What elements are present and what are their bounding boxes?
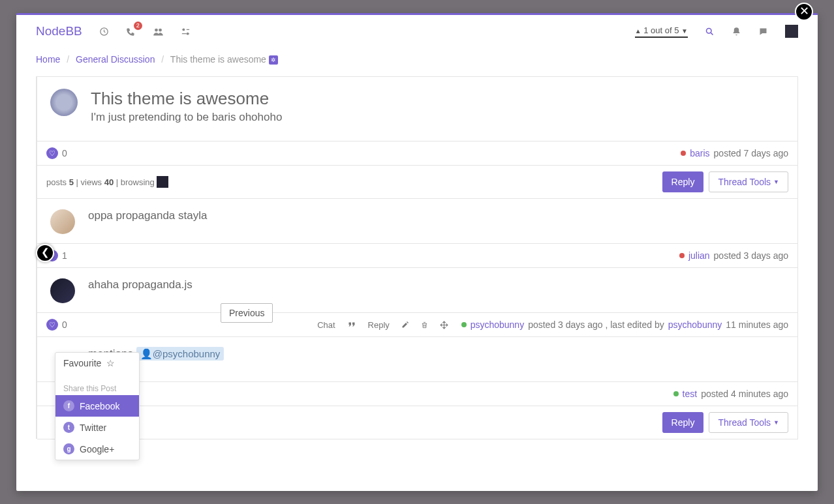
chat-icon[interactable] (758, 27, 768, 37)
reply-button[interactable]: Reply (662, 171, 704, 192)
browsing-user-avatar[interactable] (157, 176, 168, 188)
post-author[interactable]: julian (688, 250, 710, 261)
star-icon: ☆ (106, 358, 115, 368)
brand[interactable]: NodeBB (36, 24, 82, 38)
navbar: NodeBB 2 ▲ 1 out of 5 ▼ (36, 15, 798, 48)
thread-tools-label: Thread Tools (718, 417, 771, 428)
navbar-right: ▲ 1 out of 5 ▼ (635, 25, 798, 38)
topic-title: This theme is awesome (91, 89, 282, 109)
like-icon[interactable]: ♡ (46, 319, 58, 331)
post-author[interactable]: test (683, 389, 698, 399)
like-icon[interactable]: ♡ (46, 147, 58, 159)
search-icon[interactable] (705, 27, 715, 37)
thread-stats-row: posts 5 | views 40 | browsing Reply Thre… (37, 165, 798, 199)
svg-point-4 (187, 32, 189, 35)
reply-post: oppa propaganda stayla ♡ 1 julian posted… (37, 198, 798, 268)
stats-posts: 5 (69, 177, 74, 187)
like-count: 1 (62, 250, 67, 261)
like-count: 0 (62, 148, 67, 158)
post-meta-edit-time: 11 minutes ago (726, 319, 788, 330)
google-plus-icon: g (63, 443, 74, 454)
breadcrumb-home[interactable]: Home (36, 54, 60, 65)
reply-post: mentions 👤@psychobunny ♡ test posted 4 m… (37, 336, 798, 406)
unread-icon[interactable]: 2 (126, 27, 136, 37)
users-icon[interactable] (153, 27, 164, 37)
svg-point-5 (707, 28, 712, 33)
share-twitter[interactable]: t Twitter (55, 417, 139, 438)
mention-username: @psychobunny (153, 348, 221, 359)
op-meta: posted 7 days ago (714, 148, 788, 158)
reply-button-bottom[interactable]: Reply (662, 412, 704, 433)
post-meta: posted 3 days ago , last edited by (528, 319, 664, 330)
op-author[interactable]: baris (690, 148, 709, 158)
twitter-icon: t (63, 422, 74, 433)
thread-tools-label: Thread Tools (718, 177, 771, 187)
share-heading: Share this Post (55, 380, 139, 395)
original-post: This theme is awesome I'm just pretendin… (37, 76, 798, 166)
favourite-label: Favourite (63, 358, 101, 368)
status-dot-offline (679, 253, 685, 258)
bottom-action-row: Reply Thread Tools ▼ (37, 406, 798, 439)
caret-down-icon: ▼ (773, 419, 779, 426)
breadcrumb-current: This theme is awesome (170, 54, 266, 65)
post-meta: posted 3 days ago (714, 250, 788, 261)
post-meta: posted 4 minutes ago (701, 389, 788, 399)
user-mention[interactable]: 👤@psychobunny (136, 347, 224, 361)
stats-views: 40 (104, 177, 114, 187)
rss-icon[interactable]: ✲ (269, 55, 278, 65)
recent-icon[interactable] (99, 27, 109, 37)
breadcrumb: Home / General Discussion / This theme i… (36, 54, 798, 65)
notifications-icon[interactable] (732, 27, 741, 37)
post-actions: Chat Reply (317, 320, 448, 330)
like-count: 0 (62, 319, 67, 330)
edit-icon[interactable] (401, 321, 409, 329)
back-button[interactable]: ❮ (36, 244, 54, 262)
post-pager[interactable]: ▲ 1 out of 5 ▼ (635, 25, 688, 38)
caret-down-icon: ▼ (773, 179, 779, 185)
stats-views-label: views (81, 177, 102, 187)
svg-point-3 (182, 28, 185, 31)
op-body: I'm just pretending to be baris ohohoho (91, 111, 282, 124)
user-avatar-nav[interactable] (785, 25, 798, 38)
reply-action[interactable]: Reply (368, 320, 390, 330)
post-body: ahaha propaganda.js (88, 278, 193, 303)
post-editor[interactable]: psychobunny (668, 319, 722, 330)
breadcrumb-category[interactable]: General Discussion (76, 54, 155, 65)
stats-posts-label: posts (46, 177, 67, 187)
thread-tools-button[interactable]: Thread Tools ▼ (709, 171, 788, 192)
breadcrumb-sep: / (161, 54, 164, 65)
pager-text: 1 out of 5 (643, 25, 679, 35)
quote-icon[interactable] (347, 321, 356, 329)
stats-browsing-label: browsing (121, 177, 155, 187)
share-facebook[interactable]: f Facebook (55, 395, 139, 417)
svg-point-2 (159, 28, 162, 31)
status-dot-online (461, 322, 467, 327)
post-avatar[interactable] (50, 278, 75, 303)
post-options-dropdown: Favourite ☆ Share this Post f Facebook t… (55, 352, 140, 460)
twitter-label: Twitter (80, 422, 106, 433)
thread-tools-button-bottom[interactable]: Thread Tools ▼ (709, 412, 788, 433)
google-label: Google+ (80, 444, 114, 454)
status-dot-online (673, 391, 679, 396)
thread: This theme is awesome I'm just pretendin… (36, 76, 798, 439)
delete-icon[interactable] (421, 321, 428, 329)
svg-point-1 (155, 28, 158, 31)
breadcrumb-sep: / (67, 54, 69, 65)
post-author[interactable]: psychobunny (471, 319, 525, 330)
admin-icon[interactable] (181, 27, 191, 37)
notification-badge: 2 (134, 22, 142, 30)
favourite-option[interactable]: Favourite ☆ (55, 353, 139, 374)
share-google[interactable]: g Google+ (55, 438, 139, 460)
previous-tooltip: Previous (221, 303, 273, 323)
post-avatar[interactable] (50, 209, 75, 234)
op-avatar[interactable] (50, 89, 78, 116)
facebook-icon: f (63, 400, 74, 411)
move-icon[interactable] (440, 321, 448, 329)
post-body: oppa propaganda stayla (88, 209, 207, 234)
facebook-label: Facebook (80, 401, 119, 411)
status-dot-offline (681, 151, 686, 156)
reply-post: ahaha propaganda.js ♡ 0 Chat Reply (37, 267, 798, 337)
close-modal-button[interactable]: ✕ (795, 3, 813, 21)
chat-action[interactable]: Chat (317, 320, 335, 330)
